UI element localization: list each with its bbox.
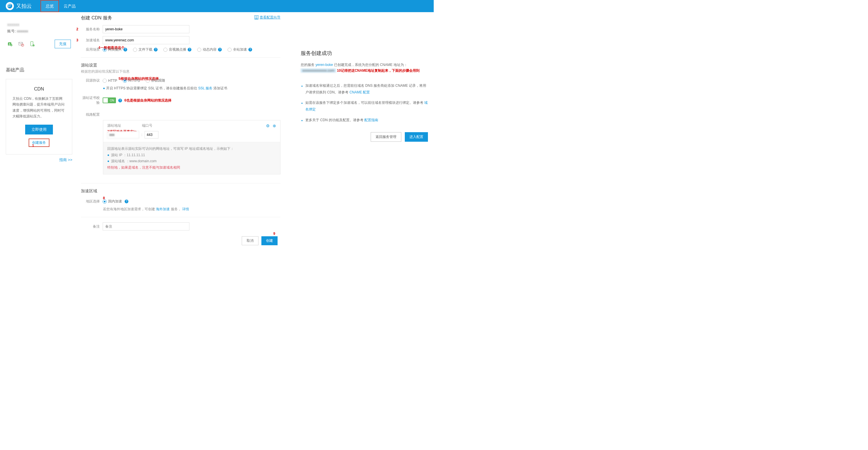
remark-label: 备注 xyxy=(81,224,100,229)
create-button[interactable]: 创建 xyxy=(261,236,278,245)
cert-check-label: 源站证书校验 xyxy=(81,95,100,105)
config-guide-link[interactable]: 配置指南 xyxy=(364,118,378,122)
annotation-1: 1 xyxy=(32,144,34,148)
help-icon[interactable]: ? xyxy=(154,48,158,52)
account-box: xxxxxx 账号: xxxxxx ! 充值 xyxy=(6,18,72,53)
account-id-row: 账号: xxxxxx xyxy=(7,29,71,34)
base-products-title: 基础产品 xyxy=(6,67,72,73)
line-col-port: 端口号 xyxy=(142,123,159,128)
cancel-button[interactable]: 取消 xyxy=(242,236,258,245)
service-name-label: 服务名称 xyxy=(81,27,100,32)
annotation-10: 10记得把这CNAME地址复制起来，下面的步骤会用到 xyxy=(337,68,419,72)
success-title: 服务创建成功 xyxy=(301,50,428,57)
domain-label: 加速域名 xyxy=(81,38,100,43)
line-config-box: 源站地址 端口号 ⚙ ⊕ 7填写服务器真实ip : 回源地址表示源站实际可访问的… xyxy=(103,120,280,174)
main-form: 创建 CDN 服务 查看配置向导 2 服务名称 3 加速域名 4一般都是选这个 … xyxy=(78,12,289,251)
service-name-input[interactable] xyxy=(103,25,189,33)
help-icon[interactable]: ? xyxy=(248,48,252,52)
gear-icon[interactable]: ⚙ xyxy=(266,123,270,128)
scenario-dynamic[interactable]: 动态内容? xyxy=(197,47,222,52)
phone-verify-icon[interactable] xyxy=(29,41,35,47)
help-icon[interactable]: ? xyxy=(188,48,191,52)
svg-rect-5 xyxy=(19,42,23,45)
scenario-label: 应用场景 xyxy=(81,47,100,52)
region-domestic[interactable]: 国内加速? xyxy=(103,199,128,204)
svg-point-3 xyxy=(9,43,10,44)
account-label: 账号: xyxy=(7,29,16,33)
wizard-link[interactable]: 查看配置向导 xyxy=(254,15,280,20)
protocol-http[interactable]: HTTP xyxy=(103,79,117,83)
service-name-link[interactable]: yeren-boke xyxy=(315,63,333,67)
cdn-card-title: CDN xyxy=(11,87,67,92)
origin-hint: 根据您的源站情况配置以下信息 xyxy=(81,69,280,74)
origin-section-title: 源站设置 xyxy=(81,63,280,68)
tip-item: 如需在该服务下绑定多个加速域名，可以前往域名管理模块进行绑定。请参考 域名绑定 xyxy=(305,99,428,113)
svg-point-9 xyxy=(33,44,35,47)
plus-icon[interactable]: ⊕ xyxy=(273,123,276,128)
overseas-link[interactable]: 海外加速 xyxy=(156,207,170,211)
origin-ip-input[interactable] xyxy=(107,131,139,139)
nav-cloud-products[interactable]: 云产品 xyxy=(59,0,81,12)
tip-item: 更多关于 CDN 的功能及配置。请参考 配置指南 xyxy=(305,117,428,123)
cert-check-toggle[interactable]: ON xyxy=(103,97,116,103)
protocol-https[interactable]: HTTPS xyxy=(123,79,140,83)
region-note: 若您有海外地区加速需求，可创建 海外加速 服务， 详情 xyxy=(103,207,280,212)
separator-colon: : xyxy=(142,133,142,137)
account-icon-row: ! 充值 xyxy=(7,40,71,48)
enter-config-button[interactable]: 进入配置 xyxy=(405,132,428,142)
region-label: 地区选择 xyxy=(81,199,100,204)
help-icon[interactable]: ? xyxy=(125,200,128,203)
sidebar: xxxxxx 账号: xxxxxx ! 充值 基础产品 CDN 又拍云 CDN，… xyxy=(0,12,78,251)
remark-input[interactable] xyxy=(103,222,189,231)
mail-alert-icon[interactable]: ! xyxy=(18,41,24,47)
line-label: 线路配置 xyxy=(81,112,100,117)
back-to-manage-button[interactable]: 返回服务管理 xyxy=(371,132,401,142)
page-title: 创建 CDN 服务 xyxy=(81,15,280,21)
create-service-link[interactable]: 创建服务 xyxy=(29,139,50,147)
brand-logo: 又拍云 xyxy=(6,2,32,10)
account-id-value: xxxxxx xyxy=(17,29,28,33)
region-section-title: 加速区域 xyxy=(81,188,280,194)
top-nav: 总览 云产品 xyxy=(40,0,81,12)
protocol-follow[interactable]: 协议跟随 xyxy=(146,78,165,83)
domain-input[interactable] xyxy=(103,36,189,44)
annotation-2: 2 xyxy=(76,27,79,31)
origin-port-input[interactable] xyxy=(145,131,158,139)
https-note: ●开启 HTTPS 协议需要绑定 SSL 证书，请在创建服务后前往 SSL 服务… xyxy=(103,86,280,91)
scenario-video[interactable]: 音视频点播? xyxy=(163,47,191,52)
scenario-whole[interactable]: 全站加速? xyxy=(227,47,252,52)
cdn-card: CDN 又拍云 CDN，有效解决了互联网网络拥塞问题，提升终端用户访问速度，增强… xyxy=(6,79,72,154)
success-tips-list: 加速域名审核通过之后，您需前往域名 DNS 服务商处添加 CNAME 记录，将用… xyxy=(301,83,428,123)
user-verify-icon[interactable] xyxy=(7,41,13,47)
help-icon[interactable]: ? xyxy=(118,99,122,102)
account-name: xxxxxx xyxy=(7,22,71,27)
cname-value: xxxxxxxxxxxxxx.com xyxy=(301,68,336,72)
top-bar: 又拍云 总览 云产品 xyxy=(0,0,434,12)
ssl-service-link[interactable]: SSL 服务 xyxy=(198,86,213,90)
tip-item: 加速域名审核通过之后，您需前往域名 DNS 服务商处添加 CNAME 记录，将用… xyxy=(305,83,428,96)
scenario-web[interactable]: 网页图片? xyxy=(103,47,127,52)
use-now-button[interactable]: 立即使用 xyxy=(25,125,53,134)
logo-icon xyxy=(6,2,14,10)
annotation-9: 9 xyxy=(273,232,275,236)
nav-overview[interactable]: 总览 xyxy=(40,0,59,12)
line-help-box: 回源地址表示源站实际可访问的网络地址，可填写 IP 地址或域名地址，示例如下： … xyxy=(103,142,280,174)
success-msg: 您的服务 yeren-boke 已创建完成，系统为您分配的 CNAME 地址为：… xyxy=(301,62,428,74)
help-icon[interactable]: ? xyxy=(123,48,127,52)
detail-link[interactable]: 详情 xyxy=(182,207,189,211)
line-help-warning: 特别地，如果是域名，注意不能与加速域名相同 xyxy=(107,164,276,171)
protocol-label: 回源协议 xyxy=(81,78,100,83)
annotation-3: 3 xyxy=(76,38,79,42)
brand-text: 又拍云 xyxy=(16,3,32,9)
svg-point-1 xyxy=(9,5,10,6)
recharge-button[interactable]: 充值 xyxy=(55,40,71,48)
cdn-card-desc: 又拍云 CDN，有效解决了互联网网络拥塞问题，提升终端用户访问速度，增强网站的可… xyxy=(11,96,67,119)
line-col-addr: 源站地址 xyxy=(107,123,142,128)
scenario-download[interactable]: 文件下载? xyxy=(133,47,158,52)
cname-config-link[interactable]: CNAME 配置 xyxy=(349,90,370,94)
svg-text:!: ! xyxy=(22,44,23,46)
success-panel: 服务创建成功 您的服务 yeren-boke 已创建完成，系统为您分配的 CNA… xyxy=(289,12,434,251)
help-icon[interactable]: ? xyxy=(218,48,222,52)
annotation-6: 6也是根据自身网站的情况选择 xyxy=(124,98,172,103)
guide-link[interactable]: 指南 >> xyxy=(59,158,72,162)
